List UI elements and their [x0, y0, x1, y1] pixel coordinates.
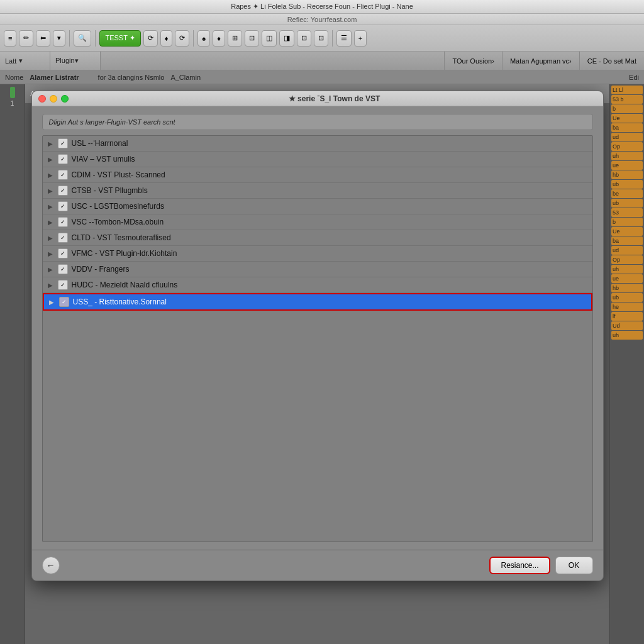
plugin-item-cdim[interactable]: ▶✓CDIM - VST Plust- Scanned — [43, 167, 592, 183]
plugin-item-ctsb[interactable]: ▶✓CTSB - VST Pllugmbls — [43, 183, 592, 199]
toolbar-btn-spade[interactable]: ♠ — [197, 30, 210, 47]
right-sidebar-item: hb — [611, 170, 643, 179]
nav-tab-ce[interactable]: CE - Do set Mat — [579, 52, 644, 70]
nav-right-tabs: TOur Ousion › Matan Agupman vc › CE - Do… — [444, 52, 644, 70]
plugin-name: USS_ - Risttonative.Sornnal — [73, 297, 167, 306]
toolbar-btn-edit[interactable]: ✏ — [19, 30, 33, 47]
toolbar-btn-search[interactable]: 🔍 — [74, 30, 91, 47]
plugin-name: VIAV – VST umulis — [72, 155, 135, 164]
plugin-name: USL --ˈHarrnonal — [72, 139, 128, 148]
right-sidebar-item: lf — [611, 312, 643, 321]
toolbar-btn-g5[interactable]: ⊡ — [297, 30, 311, 47]
nav-tab-tour-arrow: › — [492, 57, 494, 65]
right-sidebar-item: ub — [611, 199, 643, 208]
search-area: Dligin Aut s langer-Flugin-VST earch scn… — [42, 114, 593, 130]
close-icon[interactable] — [38, 95, 46, 103]
plugin-expand-arrow: ▶ — [48, 219, 54, 226]
right-sidebar-item: Ud — [611, 321, 643, 330]
plugin-list[interactable]: ▶✓USL --ˈHarrnonal▶✓VIAV – VST umulis▶✓C… — [42, 135, 593, 542]
plugin-expand-arrow: ▶ — [48, 172, 54, 179]
right-sidebar-item: ub — [611, 180, 643, 189]
ok-button[interactable]: OK — [555, 557, 593, 574]
plugin-name: HUDC - Mezieldt Naald cfluulns — [72, 280, 178, 289]
plugin-name: CTSB - VST Pllugmbls — [72, 186, 148, 195]
plugin-name: VFMC - VST Plugin-ldr.Kiohtain — [72, 249, 177, 258]
ok-label: OK — [569, 561, 579, 570]
toolbar-btn-g6[interactable]: ⊡ — [314, 30, 328, 47]
right-sidebar-item: ue — [611, 161, 643, 170]
right-sidebar-item: ud — [611, 133, 643, 142]
toolbar-btn-tesst[interactable]: TESST ✦ — [99, 30, 140, 47]
toolbar-btn-r1[interactable]: ⟳ — [143, 30, 158, 47]
plugin-icon: ✓ — [58, 154, 68, 164]
main-content: 1 Alamer Listratr ★ serie ˉS_l Town de V… — [0, 84, 644, 644]
search-label: Dligin Aut s langer-Flugin-VST earch scn… — [49, 118, 175, 126]
plugin-expand-arrow: ▶ — [49, 299, 55, 306]
resiance-button[interactable]: Resiance... — [489, 557, 550, 574]
nav-tab-matan[interactable]: Matan Agupman vc › — [502, 52, 579, 70]
toolbar-btn-back[interactable]: ⬅ — [36, 30, 50, 47]
plugin-item-uss[interactable]: ▶✓USS_ - Risttonative.Sornnal — [43, 293, 592, 311]
subtitle-bar: Reflec: Yourrfeast.com — [0, 14, 644, 25]
info-nome: Nome — [5, 74, 23, 81]
right-sidebar-item: hb — [611, 284, 643, 292]
plugin-expand-arrow: ▶ — [48, 266, 54, 273]
nav-tab-matan-label: Matan Agupman vc — [510, 57, 569, 65]
toolbar-btn-g1[interactable]: ⊞ — [228, 30, 242, 47]
right-sidebar-item: b — [611, 104, 643, 113]
toolbar-btn-down[interactable]: ▾ — [53, 30, 65, 47]
plugin-item-hudc[interactable]: ▶✓HUDC - Mezieldt Naald cfluulns — [43, 277, 592, 293]
plugin-label: Plugin▾ — [55, 57, 79, 65]
plugin-item-usc[interactable]: ▶✓USC - LGSTBomeslnefurds — [43, 199, 592, 214]
info-item: Alamer Listratr — [30, 74, 79, 81]
toolbar-btn-list[interactable]: ☰ — [336, 30, 352, 47]
resiance-label: Resiance... — [501, 561, 538, 570]
back-icon: ← — [47, 560, 55, 570]
info-bar: Nome Alamer Listratr for 3a clangins Nsm… — [0, 70, 644, 84]
modal-title: ★ serie ˉS_l Town de VST — [72, 94, 597, 103]
toolbar-btn-g3[interactable]: ◫ — [262, 30, 277, 47]
toolbar-btn-d2[interactable]: ♦ — [213, 30, 225, 47]
nav-dropdown-plugin[interactable]: Plugin▾ — [50, 52, 101, 70]
toolbar-btn-diamond[interactable]: ♦ — [160, 30, 173, 47]
nav-dropdown-latt[interactable]: Latt ▾ — [0, 52, 50, 70]
track-num-1: 1 — [0, 99, 25, 108]
title-bar: Rapes ✦ Li Folela Sub - Recerse Foun - F… — [0, 0, 644, 14]
nav-tab-tour[interactable]: TOur Ousion › — [444, 52, 501, 70]
plugin-item-vfmc[interactable]: ▶✓VFMC - VST Plugin-ldr.Kiohtain — [43, 246, 592, 262]
plugin-item-vsc[interactable]: ▶✓VSC --Tombon-MDsa.obuin — [43, 214, 592, 230]
plugin-expand-arrow: ▶ — [48, 250, 54, 257]
plugin-item-vddv[interactable]: ▶✓VDDV - Frangers — [43, 262, 592, 277]
center-area: Alamer Listratr ★ serie ˉS_l Town de VST… — [25, 84, 609, 644]
right-sidebar-item: Lt Ll — [611, 86, 643, 94]
plugin-icon: ✓ — [58, 186, 68, 196]
nav-tab-tour-label: TOur Ousion — [452, 57, 492, 65]
toolbar: ≡ ✏ ⬅ ▾ 🔍 TESST ✦ ⟳ ♦ ⟳ ♠ ♦ ⊞ ⊡ ◫ ◨ ⊡ ⊡ … — [0, 25, 644, 52]
modal-titlebar: ★ serie ˉS_l Town de VST — [32, 91, 603, 106]
minimize-icon[interactable] — [50, 95, 57, 103]
info-edit: Edi — [629, 74, 639, 81]
toolbar-btn-g4[interactable]: ◨ — [279, 30, 294, 47]
toolbar-btn-menu[interactable]: ≡ — [4, 30, 16, 47]
plugin-item-cltd[interactable]: ▶✓CLTD - VST Tesmouteraflised — [43, 230, 592, 246]
plugin-icon: ✓ — [58, 264, 68, 274]
latt-arrow: ▾ — [19, 57, 23, 65]
back-button[interactable]: ← — [42, 557, 60, 574]
maximize-icon[interactable] — [61, 95, 69, 103]
plugin-name: VDDV - Frangers — [72, 265, 130, 274]
plugin-icon: ✓ — [58, 280, 68, 290]
toolbar-btn-g2[interactable]: ⊡ — [245, 30, 259, 47]
right-sidebar-item: Ue — [611, 114, 643, 123]
right-sidebar-item: ba — [611, 236, 643, 245]
plugin-expand-arrow: ▶ — [48, 235, 54, 242]
track-indicator — [10, 87, 15, 98]
plugin-item-viav[interactable]: ▶✓VIAV – VST umulis — [43, 152, 592, 167]
nav-bar: Latt ▾ Plugin▾ TOur Ousion › Matan Agupm… — [0, 52, 644, 70]
plugin-item-usl[interactable]: ▶✓USL --ˈHarrnonal — [43, 136, 592, 152]
toolbar-btn-r2[interactable]: ⟳ — [175, 30, 189, 47]
toolbar-btn-plus[interactable]: + — [354, 30, 367, 47]
window-title: Rapes ✦ Li Folela Sub - Recerse Foun - F… — [231, 3, 413, 11]
info-for: for 3a clangins Nsmlo — [98, 74, 165, 81]
right-sidebar-item: 53 b — [611, 95, 643, 104]
right-sidebar-item: uh — [611, 331, 643, 340]
